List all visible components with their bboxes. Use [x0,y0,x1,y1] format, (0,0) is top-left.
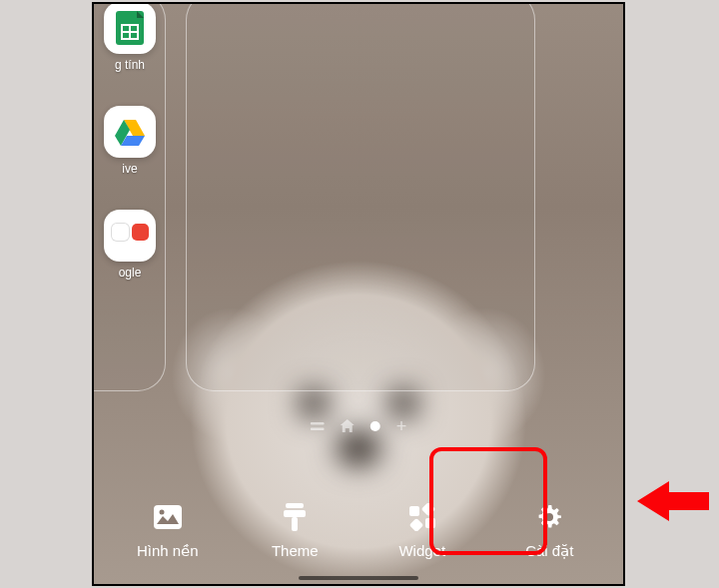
svg-rect-10 [292,517,298,531]
page-indicator: + [311,417,407,435]
image-icon [153,502,183,532]
brush-icon [280,502,310,532]
nav-bar-indicator[interactable] [299,576,418,580]
app-google-folder[interactable]: ogle [92,210,170,280]
home-page-icon[interactable] [341,419,355,434]
google-sheets-icon [104,2,156,54]
theme-label: Theme [272,542,319,559]
wallpaper-label: Hình nền [137,542,199,560]
theme-button[interactable]: Theme [241,488,349,570]
app-google-sheets[interactable]: g tính [92,2,170,72]
app-google-drive[interactable]: ive [92,106,170,176]
homescreen-preview-main[interactable] [186,2,535,391]
svg-rect-11 [409,506,419,516]
google-drive-icon [104,106,156,158]
google-folder-icon [104,210,156,262]
annotation-arrow-icon [637,479,709,527]
add-page-icon[interactable]: + [396,417,407,435]
page-dot-active[interactable] [370,421,380,431]
wallpaper-button[interactable]: Hình nền [114,488,222,570]
svg-rect-5 [311,428,325,431]
annotation-highlight-box [429,447,547,555]
app-label: ive [122,162,137,176]
svg-rect-6 [154,505,182,529]
svg-rect-9 [284,510,306,517]
drawer-toggle-icon[interactable] [311,419,325,433]
svg-rect-8 [286,503,304,508]
app-label: ogle [119,266,142,280]
app-label: g tính [115,58,145,72]
svg-point-7 [159,510,164,515]
homescreen-apps-column: g tính ive ogle [92,2,170,313]
svg-rect-4 [311,422,325,425]
svg-rect-13 [409,518,423,531]
